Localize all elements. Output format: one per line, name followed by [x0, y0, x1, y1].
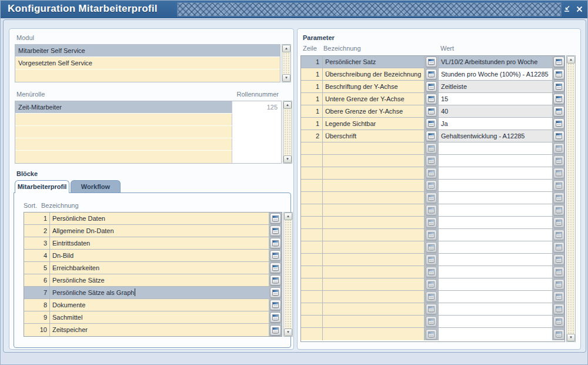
bloecke-row[interactable]: 1Persönliche Daten	[24, 213, 282, 225]
bloecke-row[interactable]: 3Eintrittsdaten	[24, 237, 282, 250]
param-bezeichnung-cell[interactable]	[323, 192, 425, 204]
bezeichnung-cell[interactable]: Zeitspeicher	[50, 324, 269, 336]
parameter-row[interactable]	[301, 167, 564, 180]
sort-cell[interactable]: 1	[24, 213, 50, 224]
bezeichnung-cell[interactable]: Erreichbarkeiten	[50, 262, 269, 274]
param-bezeichnung-cell[interactable]	[323, 291, 425, 303]
detail-button[interactable]	[553, 329, 564, 340]
menuerolle-row[interactable]	[15, 138, 281, 151]
param-bezeichnung-cell[interactable]	[323, 303, 425, 315]
detail-button[interactable]	[553, 291, 564, 302]
detail-button[interactable]	[426, 205, 437, 215]
menuerolle-row[interactable]	[15, 114, 281, 126]
param-bezeichnung-cell[interactable]	[323, 278, 425, 290]
param-bezeichnung-cell[interactable]: Überschrift	[323, 130, 425, 142]
parameter-row[interactable]	[301, 266, 564, 278]
bezeichnung-cell[interactable]: Dn-Bild	[50, 250, 269, 261]
tab-workflow[interactable]: Workflow	[71, 180, 121, 193]
scroll-down-icon[interactable]: ▼	[567, 334, 575, 341]
zeile-cell[interactable]	[301, 241, 323, 253]
detail-button[interactable]	[426, 143, 437, 154]
wert-cell[interactable]	[438, 241, 553, 253]
detail-button[interactable]	[426, 94, 437, 104]
detail-button[interactable]	[426, 304, 437, 314]
wert-cell[interactable]	[438, 167, 553, 179]
bezeichnung-cell[interactable]: Dokumente	[50, 299, 269, 311]
detail-button[interactable]	[553, 316, 564, 327]
wert-cell[interactable]	[438, 204, 553, 216]
wert-cell[interactable]	[438, 180, 553, 191]
parameter-row[interactable]: 1Persönlicher SatzVL/10/2 Arbeitstunden …	[301, 56, 564, 68]
detail-button[interactable]	[553, 267, 564, 277]
detail-button[interactable]	[270, 312, 281, 323]
detail-button[interactable]	[426, 316, 437, 327]
wert-cell[interactable]	[438, 328, 553, 340]
detail-button[interactable]	[553, 242, 564, 253]
detail-button[interactable]	[270, 225, 281, 236]
parameter-row[interactable]: 1Untere Grenze der Y-Achse15	[301, 93, 564, 105]
sort-cell[interactable]: 10	[24, 324, 50, 336]
bezeichnung-cell[interactable]: Eintrittsdaten	[50, 237, 269, 249]
detail-button[interactable]	[426, 81, 437, 92]
wert-cell[interactable]	[438, 254, 553, 266]
sort-cell[interactable]: 9	[24, 311, 50, 323]
parameter-row[interactable]	[301, 180, 564, 192]
detail-button[interactable]	[270, 263, 281, 273]
parameter-row[interactable]	[301, 155, 564, 167]
detail-button[interactable]	[553, 57, 564, 67]
minimize-button[interactable]	[562, 4, 572, 14]
detail-button[interactable]	[553, 94, 564, 104]
parameter-row[interactable]	[301, 278, 564, 291]
modul-list-item[interactable]: Vorgesetzten Self Service	[15, 57, 280, 69]
menuerolle-name-cell[interactable]	[15, 138, 232, 150]
parameter-row[interactable]	[301, 204, 564, 217]
param-bezeichnung-cell[interactable]	[323, 254, 425, 266]
zeile-cell[interactable]: 2	[301, 130, 323, 142]
scroll-track[interactable]	[282, 52, 290, 74]
zeile-cell[interactable]	[301, 217, 323, 228]
wert-cell[interactable]	[438, 291, 553, 303]
zeile-cell[interactable]	[301, 180, 323, 191]
menuerolle-name-cell[interactable]	[15, 151, 232, 163]
sort-cell[interactable]: 2	[24, 225, 50, 237]
menuerolle-name-cell[interactable]	[15, 126, 232, 138]
bloecke-row[interactable]: 4Dn-Bild	[24, 250, 282, 262]
menuerolle-row[interactable]: Zeit-Mitarbeiter125	[15, 101, 281, 114]
zeile-cell[interactable]	[301, 316, 323, 327]
sort-cell[interactable]: 5	[24, 262, 50, 274]
zeile-cell[interactable]	[301, 254, 323, 266]
param-bezeichnung-cell[interactable]: Persönlicher Satz	[323, 56, 425, 68]
scroll-up-icon[interactable]: ▲	[283, 101, 292, 109]
detail-button[interactable]	[553, 155, 564, 166]
close-button[interactable]	[574, 4, 584, 14]
detail-button[interactable]	[270, 275, 281, 286]
sort-cell[interactable]: 4	[24, 250, 50, 261]
rollennummer-cell[interactable]	[232, 138, 281, 150]
detail-button[interactable]	[426, 254, 437, 265]
parameter-row[interactable]	[301, 217, 564, 229]
parameter-row[interactable]: 2ÜberschriftGehaltsentwicklung - A12285	[301, 130, 564, 142]
detail-button[interactable]	[426, 180, 437, 191]
zeile-cell[interactable]: 1	[301, 118, 323, 130]
detail-button[interactable]	[426, 291, 437, 302]
modul-list-item[interactable]	[15, 69, 280, 82]
param-bezeichnung-cell[interactable]	[323, 241, 425, 253]
param-bezeichnung-cell[interactable]	[323, 316, 425, 327]
detail-button[interactable]	[553, 168, 564, 178]
parameter-row[interactable]	[301, 291, 564, 303]
detail-button[interactable]	[270, 287, 281, 298]
zeile-cell[interactable]	[301, 303, 323, 315]
wert-cell[interactable]	[438, 155, 553, 167]
param-bezeichnung-cell[interactable]: Untere Grenze der Y-Achse	[323, 93, 425, 105]
zeile-cell[interactable]: 1	[301, 81, 323, 92]
zeile-cell[interactable]	[301, 266, 323, 278]
param-bezeichnung-cell[interactable]	[323, 167, 425, 179]
zeile-cell[interactable]	[301, 192, 323, 204]
tab-mitarbeiterprofil[interactable]: Mitarbeiterprofil	[15, 180, 69, 193]
scroll-track[interactable]	[567, 64, 575, 334]
detail-button[interactable]	[553, 205, 564, 215]
detail-button[interactable]	[270, 325, 281, 336]
detail-button[interactable]	[426, 168, 437, 178]
rollennummer-cell[interactable]	[232, 126, 281, 138]
menuerolle-row[interactable]	[15, 126, 281, 138]
